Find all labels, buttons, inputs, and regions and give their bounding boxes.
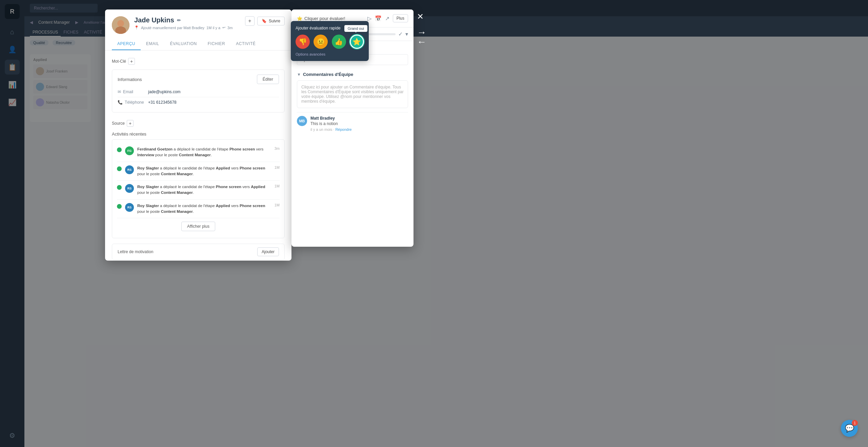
candidate-meta: 📍 Ajouté manuellement par Matt Bradley 1… — [134, 25, 240, 30]
comment-avatar: MB — [297, 116, 307, 126]
share-icon[interactable]: ↗ — [385, 15, 389, 22]
comments-heading: ▼ Commentaires d'Équipe — [297, 72, 408, 77]
activity-time-3: 1M — [275, 203, 280, 207]
chat-button[interactable]: 💬 1 — [841, 420, 858, 437]
edit-name-icon[interactable]: ✏ — [177, 18, 181, 23]
source-label: Source — [112, 121, 125, 126]
candidate-name: Jade Upkins ✏ — [134, 16, 240, 24]
activity-text-0: Ferdinand Goetzen a déplacé le candidat … — [137, 146, 271, 158]
comment-input[interactable]: Cliquez ici pour ajouter un Commentaire … — [297, 80, 408, 108]
activity-dot-3 — [117, 204, 122, 209]
activities-section: Activités récentes FG Ferdinand Goetzen … — [112, 131, 285, 238]
comment-footer: il y a un mois · Répondre — [310, 127, 408, 131]
phone-label: 📞 Téléphone — [118, 100, 148, 105]
collapse-comments-icon[interactable]: ▼ — [297, 72, 301, 77]
svg-point-1 — [117, 20, 124, 27]
source-row: Source + — [112, 118, 285, 129]
chat-badge: 1 — [852, 420, 858, 426]
informations-title: Informations — [118, 77, 142, 82]
avatar — [112, 16, 129, 34]
activity-item-0: FG Ferdinand Goetzen a déplacé le candid… — [117, 143, 280, 162]
activity-time-2: 1M — [275, 184, 280, 188]
phone-icon: 📞 — [118, 100, 123, 105]
header-actions: + 🔖 Suivre — [245, 16, 285, 26]
candidate-header: Jade Upkins ✏ 📍 Ajouté manuellement par … — [105, 9, 291, 50]
grand-oui-tooltip: Grand oui — [344, 25, 367, 32]
location-icon: 📍 — [134, 25, 139, 30]
edit-info-button[interactable]: Éditer — [257, 75, 279, 84]
eval-buttons: 👎 😐 👍 Grand oui ⭐ — [296, 35, 364, 49]
add-button[interactable]: + — [245, 16, 255, 26]
comment-text: This is a notion — [310, 121, 408, 126]
add-mot-cle-button[interactable]: + — [128, 58, 135, 65]
prev-candidate-arrow[interactable]: ← — [417, 37, 426, 47]
more-button[interactable]: Plus — [393, 14, 408, 22]
phone-value: +31 612345678 — [148, 100, 177, 105]
check-icon[interactable]: ✓ — [398, 31, 403, 37]
evaluate-button[interactable]: ⭐ Cliquer pour évaluer! — [297, 16, 345, 21]
comments-section: ▼ Commentaires d'Équipe Cliquez ici pour… — [297, 72, 408, 135]
send-icon[interactable]: ▷ — [367, 15, 371, 22]
eval-btn-good[interactable]: 👍 — [332, 35, 346, 49]
user-badge-fg: FG — [125, 146, 134, 155]
star-icon: ⭐ — [297, 16, 302, 21]
tab-email[interactable]: EMAIL — [141, 38, 165, 50]
add-lettre-button[interactable]: Ajouter — [257, 247, 279, 256]
user-badge-rs3: RS — [125, 203, 134, 212]
tab-evaluation[interactable]: ÉVALUATION — [165, 38, 202, 50]
eval-btn-neutral[interactable]: 😐 — [314, 35, 328, 49]
mot-cle-row: Mot-Clé + — [112, 56, 285, 67]
candidate-body: Mot-Clé + Informations Éditer ✉ Email ja… — [105, 50, 291, 261]
candidate-tabs: APERÇU EMAIL ÉVALUATION FICHIER ACTIVITÉ — [112, 38, 285, 50]
email-icon: ✉ — [118, 89, 121, 94]
candidate-name-area: Jade Upkins ✏ 📍 Ajouté manuellement par … — [134, 16, 240, 30]
informations-card: Informations Éditer ✉ Email jade@upkins.… — [112, 69, 285, 113]
calendar-icon[interactable]: 📅 — [375, 15, 382, 22]
activity-text-2: Roy Slagter a déplacé le candidat de l'é… — [137, 184, 271, 196]
activity-item-3: RS Roy Slagter a déplacé le candidat de … — [117, 200, 280, 219]
comment-author: Matt Bradley — [310, 116, 408, 121]
email-label: ✉ Email — [118, 89, 148, 94]
tab-activite-tab[interactable]: ACTIVITÉ — [230, 38, 261, 50]
header-icons: ▷ 📅 ↗ Plus — [367, 14, 408, 22]
reply-button[interactable]: Répondre — [335, 127, 351, 131]
candidate-modal: Jade Upkins ✏ 📍 Ajouté manuellement par … — [105, 9, 291, 261]
activity-item-1: RS Roy Slagter a déplacé le candidat de … — [117, 162, 280, 181]
phone-row: 📞 Téléphone +31 612345678 — [118, 97, 279, 107]
user-badge-rs2: RS — [125, 184, 134, 193]
eval-options-link[interactable]: Options avancées — [296, 52, 364, 56]
activity-text-3: Roy Slagter a déplacé le candidat de l'é… — [137, 203, 271, 215]
comment-body: Matt Bradley This is a notion il y a un … — [310, 116, 408, 131]
activity-time-1: 1M — [275, 165, 280, 169]
activities-title: Activités récentes — [112, 131, 146, 137]
add-source-button[interactable]: + — [127, 120, 134, 127]
tab-fichier[interactable]: FICHIER — [202, 38, 231, 50]
tab-apercu[interactable]: APERÇU — [112, 38, 141, 50]
activity-dot-1 — [117, 166, 122, 171]
activity-time-0: 3m — [275, 146, 280, 150]
activity-text-1: Roy Slagter a déplacé le candidat de l'é… — [137, 165, 271, 177]
user-badge-rs1: RS — [125, 165, 134, 174]
lettre-row: Lettre de motivation Ajouter — [112, 244, 285, 260]
close-modal-button[interactable]: ✕ — [417, 12, 424, 21]
quick-eval-popup: Ajouter évaluation rapide 👎 😐 👍 Grand ou… — [291, 21, 369, 61]
lettre-label: Lettre de motivation — [118, 249, 153, 254]
bookmark-icon: 🔖 — [262, 19, 267, 23]
activity-dot-0 — [117, 147, 122, 152]
email-value: jade@upkins.com — [148, 89, 181, 94]
activity-dot-2 — [117, 185, 122, 190]
email-row: ✉ Email jade@upkins.com — [118, 87, 279, 97]
avatar-image — [112, 16, 129, 34]
eval-btn-great[interactable]: ⭐ — [350, 35, 364, 49]
comment-item: MB Matt Bradley This is a notion il y a … — [297, 112, 408, 135]
eval-btn-bad[interactable]: 👎 — [296, 35, 310, 49]
dropdown-icon[interactable]: ▾ — [405, 31, 408, 37]
show-more-button[interactable]: Afficher plus — [181, 222, 215, 231]
mot-cle-label: Mot-Clé — [112, 59, 126, 64]
follow-button[interactable]: 🔖 Suivre — [257, 17, 285, 25]
activity-item-2: RS Roy Slagter a déplacé le candidat de … — [117, 181, 280, 200]
